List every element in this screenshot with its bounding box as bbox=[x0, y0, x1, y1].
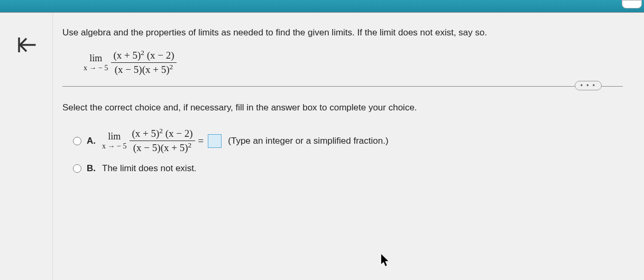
choice-a-hint: (Type an integer or a simplified fractio… bbox=[228, 136, 388, 146]
choice-b-label: B. bbox=[87, 163, 96, 174]
lim-operator-a: lim x → − 5 bbox=[102, 132, 126, 150]
numerator: (x + 5)2 (x − 2) bbox=[111, 50, 176, 63]
radio-choice-b[interactable] bbox=[73, 164, 81, 173]
lim-operator: lim x → − 5 bbox=[84, 53, 108, 72]
fraction: (x + 5)2 (x − 2) (x − 5)(x + 5)2 bbox=[111, 50, 176, 76]
mouse-cursor-icon bbox=[381, 254, 390, 269]
main-column: Use algebra and the properties of limits… bbox=[53, 13, 644, 280]
radio-choice-a[interactable] bbox=[73, 137, 81, 145]
content-area: Use algebra and the properties of limits… bbox=[0, 13, 644, 280]
top-app-bar bbox=[0, 0, 644, 13]
choice-a: A. lim x → − 5 (x + 5)2 (x − 2) (x − 5)(… bbox=[73, 128, 623, 154]
choice-b: B. The limit does not exist. bbox=[73, 163, 623, 174]
limit-expression: lim x → − 5 (x + 5)2 (x − 2) (x − 5)(x +… bbox=[84, 50, 623, 76]
left-column bbox=[0, 13, 53, 280]
choice-b-text: The limit does not exist. bbox=[102, 163, 197, 174]
denominator: (x − 5)(x + 5)2 bbox=[113, 63, 175, 76]
choice-a-content: lim x → − 5 (x + 5)2 (x − 2) (x − 5)(x +… bbox=[102, 128, 389, 154]
more-options-pill[interactable]: • • • bbox=[575, 81, 602, 90]
select-instruction: Select the correct choice and, if necess… bbox=[62, 102, 623, 113]
numerator-a: (x + 5)2 (x − 2) bbox=[130, 128, 195, 141]
divider-line bbox=[62, 86, 623, 87]
answer-input[interactable] bbox=[208, 134, 222, 148]
fraction-a: (x + 5)2 (x − 2) (x − 5)(x + 5)2 bbox=[130, 128, 195, 154]
window-control[interactable] bbox=[622, 0, 642, 8]
divider-row: • • • bbox=[62, 86, 623, 87]
equals-sign: = bbox=[198, 135, 204, 147]
denominator-a: (x − 5)(x + 5)2 bbox=[131, 141, 194, 154]
back-arrow-icon[interactable] bbox=[15, 34, 38, 58]
choice-a-label: A. bbox=[87, 136, 96, 146]
instruction-text: Use algebra and the properties of limits… bbox=[62, 27, 623, 38]
